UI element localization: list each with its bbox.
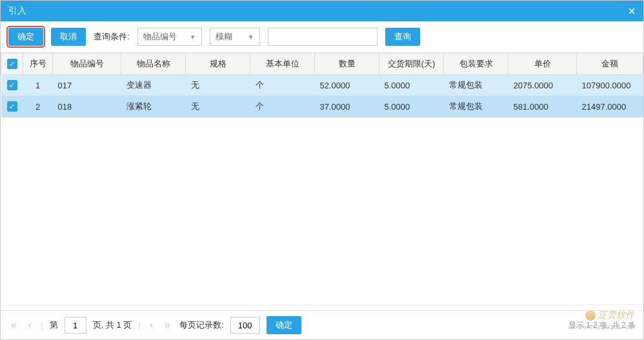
header-spec: 规格 (186, 54, 250, 75)
close-icon[interactable]: × (628, 4, 636, 19)
match-select-value: 模糊 (216, 31, 232, 43)
pagination: « ‹ | 第 页, 共 1 页 | › » 每页记录数: 确定 显示 1-2 … (1, 310, 643, 339)
page-number-input[interactable] (65, 317, 86, 334)
chevron-down-icon: ▼ (190, 34, 196, 41)
field-select-value: 物品编号 (143, 31, 177, 43)
separator: | (41, 321, 43, 330)
cell-package: 常规包装 (444, 96, 508, 117)
separator: | (138, 321, 140, 330)
last-page-icon[interactable]: » (162, 319, 173, 331)
search-button[interactable]: 查询 (385, 28, 420, 46)
header-price: 单价 (508, 54, 577, 75)
select-all-checkbox[interactable]: ✓ (7, 59, 17, 69)
page-info: 显示 1-2 项, 共 2 条 (569, 320, 636, 331)
cancel-button[interactable]: 取消 (51, 28, 86, 46)
field-select[interactable]: 物品编号 ▼ (137, 28, 202, 46)
cell-qty: 52.0000 (315, 75, 379, 96)
page-size-input[interactable] (230, 317, 260, 334)
chevron-down-icon: ▼ (248, 34, 254, 41)
table-row[interactable]: ✓1017变速器无个52.00005.0000常规包装2075.00001079… (1, 75, 643, 96)
cell-name: 变速器 (121, 75, 186, 96)
header-checkbox-cell: ✓ (1, 54, 23, 75)
header-seq: 序号 (23, 54, 53, 75)
table-container: ✓ 序号 物品编号 物品名称 规格 基本单位 数量 交货期限(天) 包装要求 单… (1, 53, 643, 315)
row-checkbox[interactable]: ✓ (7, 101, 17, 112)
row-checkbox[interactable]: ✓ (7, 80, 17, 90)
page-suffix: 页, 共 1 页 (93, 319, 132, 331)
header-leadtime: 交货期限(天) (379, 54, 444, 75)
next-page-icon[interactable]: › (147, 319, 156, 331)
cell-unit: 个 (250, 96, 315, 117)
titlebar: 引入 × (1, 1, 643, 21)
header-code: 物品编号 (53, 54, 121, 75)
cell-amount: 21497.0000 (577, 96, 643, 117)
data-grid: ✓ 序号 物品编号 物品名称 规格 基本单位 数量 交货期限(天) 包装要求 单… (1, 53, 643, 117)
prev-page-icon[interactable]: ‹ (26, 319, 34, 331)
dialog-title: 引入 (8, 5, 26, 17)
cell-name: 涨紧轮 (121, 96, 186, 117)
header-unit: 基本单位 (250, 54, 315, 75)
header-qty: 数量 (315, 54, 379, 75)
page-confirm-button[interactable]: 确定 (267, 316, 301, 334)
ok-button[interactable]: 确定 (8, 28, 43, 46)
cell-spec: 无 (186, 75, 250, 96)
header-row: ✓ 序号 物品编号 物品名称 规格 基本单位 数量 交货期限(天) 包装要求 单… (1, 54, 643, 75)
cell-leadtime: 5.0000 (379, 75, 444, 96)
search-input[interactable] (268, 28, 377, 46)
page-size-label: 每页记录数: (179, 319, 224, 331)
cell-spec: 无 (186, 96, 250, 117)
row-checkbox-cell: ✓ (1, 96, 23, 117)
row-checkbox-cell: ✓ (1, 75, 23, 96)
header-name: 物品名称 (121, 54, 186, 75)
cell-leadtime: 5.0000 (379, 96, 444, 117)
cell-code: 017 (53, 75, 121, 96)
cell-package: 常规包装 (444, 75, 508, 96)
header-amount: 金额 (577, 54, 643, 75)
cell-seq: 2 (23, 96, 53, 117)
cell-qty: 37.0000 (315, 96, 379, 117)
match-select[interactable]: 模糊 ▼ (210, 28, 260, 46)
page-prefix: 第 (50, 319, 58, 331)
cell-unit: 个 (250, 75, 315, 96)
search-condition-label: 查询条件: (94, 31, 130, 43)
cell-amount: 107900.0000 (577, 75, 643, 96)
first-page-icon[interactable]: « (8, 319, 19, 331)
cell-price: 2075.0000 (508, 75, 577, 96)
cell-price: 581.0000 (508, 96, 577, 117)
header-package: 包装要求 (444, 54, 508, 75)
cell-seq: 1 (23, 75, 53, 96)
cell-code: 018 (53, 96, 121, 117)
table-row[interactable]: ✓2018涨紧轮无个37.00005.0000常规包装581.000021497… (1, 96, 643, 117)
toolbar: 确定 取消 查询条件: 物品编号 ▼ 模糊 ▼ 查询 (1, 21, 643, 53)
